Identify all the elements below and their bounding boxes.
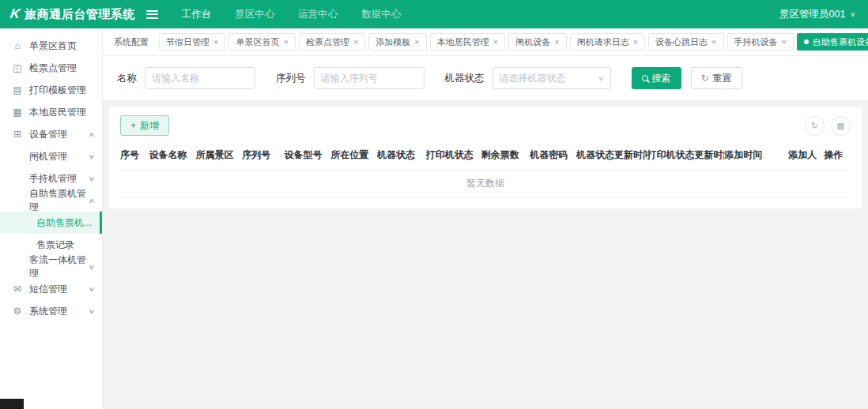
column-header: 添加时间	[724, 148, 788, 162]
table-header-row: 序号设备名称所属景区序列号设备型号所在位置机器状态打印机状态剩余票数机器密码机器…	[120, 148, 851, 171]
sms-icon: ✉	[12, 283, 23, 295]
sidebar-item[interactable]: ⚙ 系统管理 ∨	[0, 300, 102, 322]
user-menu[interactable]: 景区管理员001 ∨	[779, 8, 855, 21]
name-field-group: 名称	[117, 67, 255, 89]
tab[interactable]: 设备心跳日志 ×	[648, 33, 723, 51]
close-icon[interactable]: ×	[554, 38, 559, 47]
close-icon[interactable]: ×	[414, 38, 419, 47]
system-icon: ⚙	[12, 306, 23, 317]
chevron-down-icon: ∨	[850, 10, 855, 18]
tab[interactable]: 手持机设备 ×	[727, 33, 794, 51]
reset-icon: ↻	[701, 73, 709, 83]
column-header: 所在位置	[330, 148, 377, 162]
serial-label: 序列号	[276, 72, 306, 85]
sidebar-item[interactable]: 客流一体机管理 ∨	[0, 256, 102, 278]
column-header: 机器密码	[530, 148, 576, 162]
name-label: 名称	[117, 72, 137, 85]
sidebar-collapse-handle[interactable]	[0, 399, 24, 409]
refresh-button[interactable]: ↻	[805, 116, 825, 136]
search-icon	[642, 75, 648, 81]
column-header: 机器状态更新时间	[576, 148, 647, 162]
chevron-down-icon: ∨	[89, 153, 96, 160]
serial-input[interactable]	[314, 67, 425, 89]
chevron-down-icon: ∨	[89, 264, 96, 271]
sidebar-item[interactable]: ⊞ 设备管理 ∧	[0, 123, 102, 145]
column-header: 设备型号	[284, 148, 330, 162]
column-header: 设备名称	[149, 148, 196, 162]
sidebar: ⌂ 单景区首页 ◫ 检票点管理 ▤ 打印模板管理 ▦ 本地居民管理	[0, 28, 103, 409]
chevron-down-icon: ∨	[89, 175, 96, 182]
top-nav-item[interactable]: 工作台	[182, 8, 212, 21]
add-button[interactable]: + 新增	[120, 115, 169, 136]
close-icon[interactable]: ×	[353, 38, 358, 47]
sidebar-item[interactable]: 自助售票机管理 ∧	[0, 189, 102, 212]
chevron-up-icon: ∧	[89, 197, 96, 204]
serial-field-group: 序列号	[276, 67, 425, 89]
user-name: 景区管理员001	[779, 8, 845, 21]
active-dot-icon	[804, 39, 809, 44]
tab[interactable]: 检票点管理 ×	[299, 33, 365, 51]
close-icon[interactable]: ×	[633, 38, 638, 47]
tab[interactable]: 自助售票机设备 ×	[797, 33, 868, 51]
machine-status-label: 机器状态	[445, 72, 485, 85]
sidebar-item[interactable]: 闸机管理 ∨	[0, 145, 102, 167]
name-input[interactable]	[145, 67, 255, 89]
column-header: 序号	[120, 148, 149, 162]
machine-status-field-group: 机器状态 请选择机器状态 ∨	[445, 67, 611, 89]
sidebar-item[interactable]: ⌂ 单景区首页	[0, 35, 102, 57]
resident-icon: ▦	[12, 107, 23, 118]
tab[interactable]: 闸机设备 ×	[508, 33, 566, 51]
column-header: 所属景区	[195, 148, 242, 162]
sidebar-item[interactable]: ◫ 检票点管理	[0, 57, 102, 79]
tab[interactable]: 系统配置	[107, 33, 156, 51]
column-settings-button[interactable]: ▦	[831, 116, 851, 136]
sidebar-item[interactable]: ✉ 短信管理 ∨	[0, 278, 102, 300]
plus-icon: +	[130, 120, 136, 131]
tab[interactable]: 闸机请求日志 ×	[570, 33, 645, 51]
main-content: 系统配置 节假日管理 × 单景区首页 × 检票点管理	[103, 28, 868, 409]
column-header: 添加人	[788, 148, 824, 162]
sidebar-item[interactable]: 手持机管理 ∨	[0, 167, 102, 189]
table-card: + 新增 ↻ ▦ 序号设备名称所属景区序列号设备型号所在位置机器状态打印机状态剩…	[109, 107, 862, 208]
chevron-up-icon: ∧	[89, 131, 96, 138]
sidebar-item[interactable]: 自助售票机...	[0, 212, 102, 234]
ticket-icon: ◫	[12, 62, 23, 73]
column-settings-icon: ▦	[836, 121, 844, 131]
close-icon[interactable]: ×	[493, 38, 498, 47]
close-icon[interactable]: ×	[782, 38, 787, 47]
chevron-down-icon: ∨	[89, 308, 96, 315]
printer-icon: ▤	[12, 84, 23, 96]
close-icon[interactable]: ×	[213, 38, 218, 47]
sidebar-item[interactable]: ▦ 本地居民管理	[0, 101, 102, 123]
reset-button[interactable]: ↻ 重置	[691, 67, 742, 89]
sidebar-item[interactable]: 售票记录	[0, 234, 102, 256]
search-panel: 名称 序列号 机器状态 请选择机器状态 ∨ 搜索 ↻ 重置	[103, 56, 868, 101]
tab[interactable]: 节假日管理 ×	[159, 33, 225, 51]
chevron-down-icon: ∨	[598, 74, 605, 82]
machine-status-select[interactable]: 请选择机器状态 ∨	[492, 67, 611, 89]
column-header: 剩余票数	[481, 148, 530, 162]
column-header: 打印机状态更新时间	[647, 148, 724, 162]
table-toolbar: + 新增 ↻ ▦	[120, 115, 851, 136]
sidebar-item[interactable]: ▤ 打印模板管理	[0, 79, 102, 101]
top-nav-item[interactable]: 景区中心	[235, 8, 274, 21]
top-nav-item[interactable]: 数据中心	[361, 8, 401, 21]
tab[interactable]: 单景区首页 ×	[228, 33, 295, 51]
refresh-icon: ↻	[811, 121, 818, 131]
close-icon[interactable]: ×	[711, 38, 716, 47]
top-nav-item[interactable]: 运营中心	[298, 8, 338, 21]
column-header: 打印机状态	[426, 148, 481, 162]
search-button[interactable]: 搜索	[632, 67, 681, 89]
column-header: 序列号	[242, 148, 284, 162]
chevron-down-icon: ∨	[89, 286, 96, 293]
home-icon: ⌂	[12, 40, 23, 51]
brand-title: 旅商通后台管理系统	[25, 7, 135, 22]
sidebar-toggle-icon[interactable]	[146, 10, 158, 19]
tab[interactable]: 本地居民管理 ×	[430, 33, 505, 51]
column-header: 操作	[824, 148, 851, 162]
close-icon[interactable]: ×	[283, 38, 288, 47]
top-nav: 工作台景区中心运营中心数据中心	[182, 8, 779, 21]
tab[interactable]: 添加模板 ×	[368, 33, 426, 51]
column-header: 机器状态	[377, 148, 426, 162]
top-header: K 旅商通后台管理系统 工作台景区中心运营中心数据中心 景区管理员001 ∨	[0, 0, 868, 28]
